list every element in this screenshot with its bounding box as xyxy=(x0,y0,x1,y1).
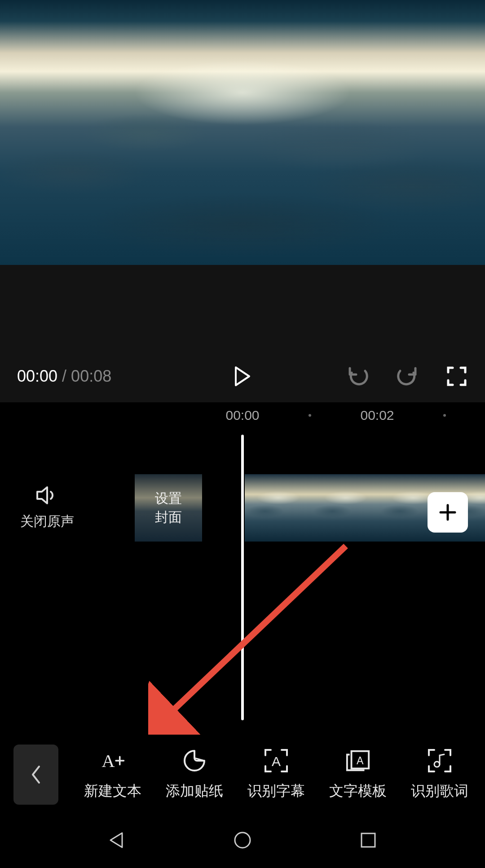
template-a-icon: A xyxy=(345,749,370,772)
tool-recognize-subtitle[interactable]: A 识别字幕 xyxy=(238,748,314,801)
tool-add-sticker[interactable]: 添加贴纸 xyxy=(156,748,233,801)
cover-label-line2: 封面 xyxy=(155,508,182,527)
fullscreen-button[interactable] xyxy=(445,365,468,388)
text-toolbar: A 新建文本 添加贴纸 A 识别字幕 xyxy=(0,737,485,812)
ruler-dot xyxy=(443,414,446,417)
svg-text:A: A xyxy=(272,754,281,769)
tool-label: 识别歌词 xyxy=(411,781,468,801)
svg-text:A: A xyxy=(102,751,115,771)
speaker-icon xyxy=(35,485,59,505)
ruler-dot xyxy=(309,414,311,417)
mute-label: 关闭原声 xyxy=(20,512,74,531)
clip-frame xyxy=(312,474,379,542)
cover-label-line1: 设置 xyxy=(155,489,182,508)
ruler-mark: 00:00 xyxy=(225,408,259,423)
tool-new-text[interactable]: A 新建文本 xyxy=(75,748,151,801)
preview-spacer xyxy=(0,265,485,350)
set-cover-button[interactable]: 设置 封面 xyxy=(135,474,202,542)
nav-recent-square-icon xyxy=(359,831,377,849)
mute-original-audio-button[interactable]: 关闭原声 xyxy=(0,485,94,531)
time-separator: / xyxy=(62,367,66,386)
svg-point-6 xyxy=(235,833,250,848)
tool-label: 添加贴纸 xyxy=(166,781,223,801)
play-icon xyxy=(234,366,251,386)
android-nav-bar xyxy=(0,812,485,868)
time-display: 00:00 / 00:08 xyxy=(17,367,111,386)
redo-icon xyxy=(397,366,418,386)
playback-right-controls xyxy=(347,365,468,388)
scan-music-icon xyxy=(427,748,452,773)
add-clip-button[interactable] xyxy=(428,492,468,533)
tool-recognize-lyrics[interactable]: 识别歌词 xyxy=(401,748,478,801)
redo-button[interactable] xyxy=(396,365,419,388)
tool-label: 新建文本 xyxy=(84,781,141,801)
ruler-mark: 00:02 xyxy=(360,408,394,423)
toolbar-items: A 新建文本 添加贴纸 A 识别字幕 xyxy=(58,748,485,801)
time-current: 00:00 xyxy=(17,367,57,386)
nav-recent-button[interactable] xyxy=(355,827,382,854)
preview-image xyxy=(0,0,485,265)
scan-a-icon: A xyxy=(264,748,289,773)
tool-label: 文字模板 xyxy=(329,781,387,801)
playback-bar: 00:00 / 00:08 xyxy=(0,350,485,402)
time-ruler: 00:00 00:02 xyxy=(0,402,485,429)
undo-button[interactable] xyxy=(347,365,369,388)
text-plus-icon: A xyxy=(100,749,125,772)
svg-rect-7 xyxy=(362,833,375,847)
nav-back-triangle-icon xyxy=(107,830,127,850)
chevron-left-icon xyxy=(30,765,42,784)
plus-icon xyxy=(438,502,458,522)
clip-frame xyxy=(245,474,312,542)
nav-home-circle-icon xyxy=(233,830,252,850)
undo-icon xyxy=(347,366,369,386)
play-button[interactable] xyxy=(231,365,254,388)
nav-back-button[interactable] xyxy=(103,827,130,854)
sticker-icon xyxy=(183,749,206,772)
playhead[interactable] xyxy=(241,435,244,720)
toolbar-back-button[interactable] xyxy=(13,745,58,805)
tool-text-template[interactable]: A 文字模板 xyxy=(320,748,396,801)
nav-home-button[interactable] xyxy=(229,827,256,854)
svg-text:A: A xyxy=(357,755,364,767)
time-total: 00:08 xyxy=(71,367,111,386)
svg-point-5 xyxy=(434,762,440,767)
tool-label: 识别字幕 xyxy=(247,781,305,801)
timeline[interactable]: 00:00 00:02 关闭原声 设置 封面 xyxy=(0,402,485,737)
fullscreen-icon xyxy=(446,366,467,387)
video-preview[interactable] xyxy=(0,0,485,265)
